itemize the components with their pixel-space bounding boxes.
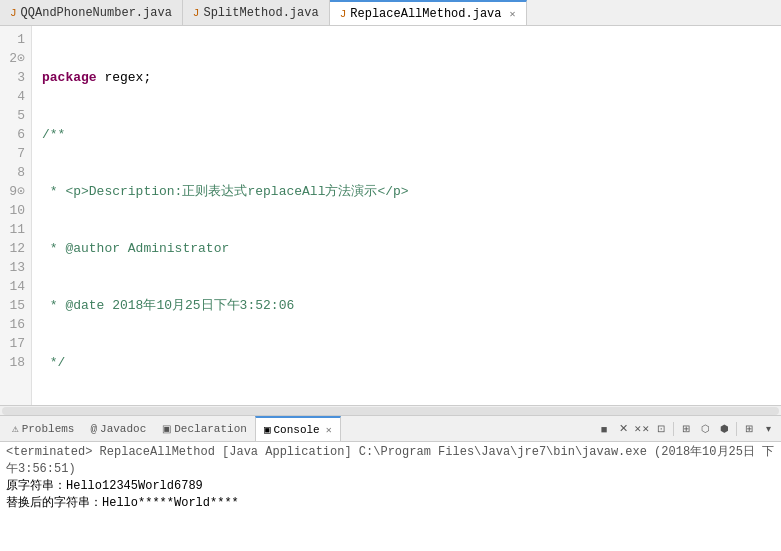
remove-button[interactable]: ✕	[614, 420, 632, 438]
remove-all-button[interactable]: ✕✕	[633, 420, 651, 438]
tab-console[interactable]: ▣ Console ✕	[255, 416, 341, 441]
javadoc-icon: @	[90, 423, 97, 435]
tab-icon-2: J	[193, 7, 200, 19]
tab-label-3: ReplaceAllMethod.java	[350, 7, 501, 21]
pin-button[interactable]: ⊞	[740, 420, 758, 438]
code-line-5: * @date 2018年10月25日下午3:52:06	[42, 296, 781, 315]
console-label: Console	[274, 424, 320, 436]
tab-javadoc[interactable]: @ Javadoc	[82, 416, 154, 441]
clear-button[interactable]: ⬢	[715, 420, 733, 438]
new-console-button[interactable]: ⊡	[652, 420, 670, 438]
problems-icon: ⚠	[12, 422, 19, 435]
tab-close-3[interactable]: ✕	[510, 8, 516, 20]
console-output-line-2: 替换后的字符串：Hello*****World****	[6, 495, 775, 512]
toolbar-sep-1	[673, 422, 674, 436]
tab-problems[interactable]: ⚠ Problems	[4, 416, 82, 441]
editor-scrollbar[interactable]	[0, 405, 781, 415]
declaration-icon: ▣	[162, 423, 171, 434]
tab-declaration[interactable]: ▣ Declaration	[154, 416, 255, 441]
console-terminated-line: <terminated> ReplaceAllMethod [Java Appl…	[6, 444, 775, 478]
code-line-4: * @author Administrator	[42, 239, 781, 258]
line-numbers: 1 2⊙ 3 4 5 6 7 8 9⊙ 10 11 12 13 14 15 16…	[0, 26, 32, 405]
code-line-3: * <p>Description:正则表达式replaceAll方法演示</p>	[42, 182, 781, 201]
console-output: <terminated> ReplaceAllMethod [Java Appl…	[0, 442, 781, 551]
console-output-line-1: 原字符串：Hello12345World6789	[6, 478, 775, 495]
code-line-1: package regex;	[42, 68, 781, 87]
code-line-6: */	[42, 353, 781, 372]
code-editor: 1 2⊙ 3 4 5 6 7 8 9⊙ 10 11 12 13 14 15 16…	[0, 26, 781, 416]
tab-bar: J QQAndPhoneNumber.java J SplitMethod.ja…	[0, 0, 781, 26]
tab-replaceallmethod[interactable]: J ReplaceAllMethod.java ✕	[330, 0, 527, 25]
console-tab-close[interactable]: ✕	[326, 424, 332, 436]
javadoc-label: Javadoc	[100, 423, 146, 435]
bottom-panel: ⚠ Problems @ Javadoc ▣ Declaration ▣ Con…	[0, 416, 781, 551]
tab-splitmethod[interactable]: J SplitMethod.java	[183, 0, 330, 25]
view-menu-button[interactable]: ▾	[759, 420, 777, 438]
tab-qqandphonenumber[interactable]: J QQAndPhoneNumber.java	[0, 0, 183, 25]
tab-label-1: QQAndPhoneNumber.java	[21, 6, 172, 20]
scrollbar-track[interactable]	[2, 407, 779, 415]
problems-label: Problems	[22, 423, 75, 435]
code-lines[interactable]: package regex; /** * <p>Description:正则表达…	[32, 26, 781, 405]
console-toolbar: ■ ✕ ✕✕ ⊡ ⊞ ⬡ ⬢ ⊞ ▾	[595, 420, 777, 438]
code-area: 1 2⊙ 3 4 5 6 7 8 9⊙ 10 11 12 13 14 15 16…	[0, 26, 781, 405]
tab-label-2: SplitMethod.java	[203, 6, 318, 20]
bottom-tab-bar: ⚠ Problems @ Javadoc ▣ Declaration ▣ Con…	[0, 416, 781, 442]
console-icon: ▣	[264, 423, 271, 436]
terminate-button[interactable]: ■	[595, 420, 613, 438]
toolbar-sep-2	[736, 422, 737, 436]
tab-icon-1: J	[10, 7, 17, 19]
code-line-2: /**	[42, 125, 781, 144]
declaration-label: Declaration	[174, 423, 247, 435]
tab-icon-3: J	[340, 8, 347, 20]
copy-button[interactable]: ⊞	[677, 420, 695, 438]
paste-button[interactable]: ⬡	[696, 420, 714, 438]
